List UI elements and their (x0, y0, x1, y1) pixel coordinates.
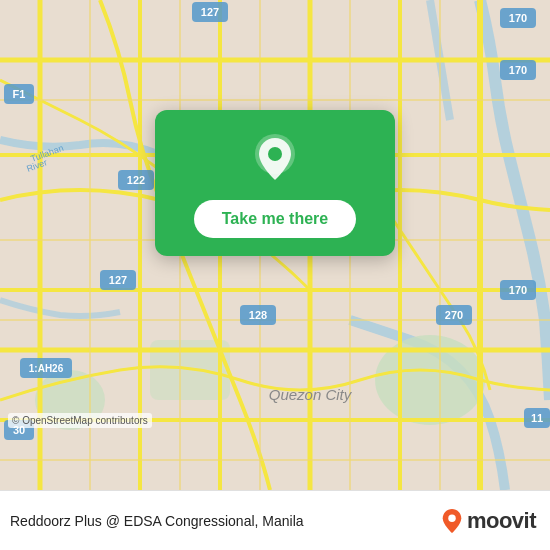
svg-point-52 (268, 147, 282, 161)
copyright-notice: © OpenStreetMap contributors (8, 413, 152, 428)
svg-text:127: 127 (109, 274, 127, 286)
take-me-there-button[interactable]: Take me there (194, 200, 356, 238)
svg-text:170: 170 (509, 12, 527, 24)
location-label: Reddoorz Plus @ EDSA Congressional, Mani… (10, 513, 441, 529)
navigation-card: Take me there (155, 110, 395, 256)
location-pin-icon (248, 132, 302, 186)
map-container: 170 170 170 127 127 128 122 270 1:AH26 1… (0, 0, 550, 490)
svg-text:128: 128 (249, 309, 267, 321)
svg-text:F1: F1 (13, 88, 26, 100)
svg-text:270: 270 (445, 309, 463, 321)
moovit-logo: moovit (441, 508, 536, 534)
svg-point-53 (448, 514, 455, 521)
svg-text:170: 170 (509, 284, 527, 296)
svg-text:11: 11 (531, 412, 543, 424)
svg-text:170: 170 (509, 64, 527, 76)
svg-text:122: 122 (127, 174, 145, 186)
moovit-brand-text: moovit (467, 508, 536, 534)
bottom-bar: Reddoorz Plus @ EDSA Congressional, Mani… (0, 490, 550, 550)
moovit-pin-icon (441, 508, 463, 534)
svg-text:1:AH26: 1:AH26 (29, 363, 64, 374)
svg-text:127: 127 (201, 6, 219, 18)
svg-text:Quezon City: Quezon City (269, 386, 353, 403)
